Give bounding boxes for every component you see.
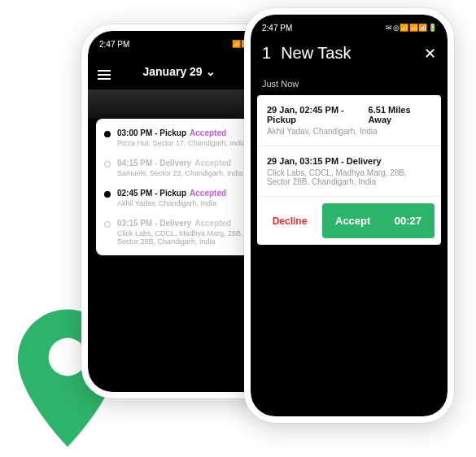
- task-title: 03:15 PM - DeliveryAccepted: [117, 219, 254, 228]
- task-list-card: 03:00 PM - PickupAcceptedPizza Hut, Sect…: [96, 119, 262, 255]
- delivery-block: 29 Jan, 03:15 PM - Delivery Click Labs, …: [257, 146, 441, 197]
- pickup-distance: 6.51 Miles Away: [369, 105, 431, 124]
- status-time: 2:47 PM: [262, 24, 292, 33]
- task-address: Akhil Yadav, Chandigarh, India: [117, 199, 226, 207]
- task-status: Accepted: [190, 189, 226, 198]
- task-title: 04:15 PM - DeliveryAccepted: [117, 159, 243, 168]
- task-count: 1: [262, 44, 271, 63]
- task-address: Samuels, Sector 22, Chandigarh, India: [117, 169, 243, 177]
- accept-countdown: 00:27: [395, 215, 421, 227]
- status-time: 2:47 PM: [99, 40, 129, 49]
- dot-hollow-icon: [104, 221, 111, 228]
- new-task-title: 1 New Task: [262, 44, 351, 63]
- accept-button[interactable]: Accept 00:27: [322, 203, 435, 238]
- task-status: Accepted: [194, 159, 231, 168]
- task-row[interactable]: 03:00 PM - PickupAcceptedPizza Hut, Sect…: [104, 128, 254, 147]
- status-bar: 2:47 PM 📶 📶 🔋: [88, 31, 270, 54]
- chevron-down-icon: ⌄: [206, 65, 216, 78]
- task-row[interactable]: 03:15 PM - DeliveryAcceptedClick Labs, C…: [104, 219, 254, 246]
- menu-icon[interactable]: [98, 65, 111, 78]
- delivery-title: 29 Jan, 03:15 PM - Delivery: [267, 156, 382, 166]
- pickup-title: 29 Jan, 02:45 PM - Pickup: [267, 105, 369, 124]
- pickup-block: 29 Jan, 02:45 PM - Pickup 6.51 Miles Awa…: [257, 95, 441, 146]
- status-icons: ✉ ◎ 📶 📶 📶 🔋: [386, 24, 436, 32]
- task-status: Accepted: [194, 219, 231, 228]
- task-title: 03:00 PM - PickupAccepted: [117, 128, 246, 137]
- task-status: Accepted: [190, 128, 226, 137]
- map-placeholder: [88, 89, 270, 119]
- new-task-card: 29 Jan, 02:45 PM - Pickup 6.51 Miles Awa…: [257, 95, 441, 245]
- accept-label: Accept: [335, 215, 370, 227]
- pickup-address: Akhil Yadav, Chandigarh, India: [267, 127, 431, 136]
- delivery-address: Click Labs, CDCL, Madhya Marg, 28B, Sect…: [267, 168, 431, 186]
- task-address: Pizza Hut, Sector 17, Chandigarh, India: [117, 139, 246, 147]
- dot-filled-icon: [104, 191, 111, 198]
- date-header[interactable]: January 29 ⌄: [142, 65, 215, 78]
- phone-new-task: 2:47 PM ✉ ◎ 📶 📶 📶 🔋 1 New Task ✕ Just No…: [244, 8, 454, 423]
- task-address: Click Labs, CDCL, Madhya Marg, 28B, Sect…: [117, 229, 254, 246]
- dot-filled-icon: [104, 131, 111, 137]
- dot-hollow-icon: [104, 161, 111, 168]
- task-row[interactable]: 02:45 PM - PickupAcceptedAkhil Yadav, Ch…: [104, 189, 254, 207]
- decline-button[interactable]: Decline: [257, 204, 322, 238]
- status-bar: 2:47 PM ✉ ◎ 📶 📶 📶 🔋: [251, 15, 448, 37]
- task-title: 02:45 PM - PickupAccepted: [117, 189, 226, 198]
- just-now-label: Just Now: [251, 74, 448, 95]
- task-row[interactable]: 04:15 PM - DeliveryAcceptedSamuels, Sect…: [104, 159, 254, 177]
- close-icon[interactable]: ✕: [424, 45, 436, 63]
